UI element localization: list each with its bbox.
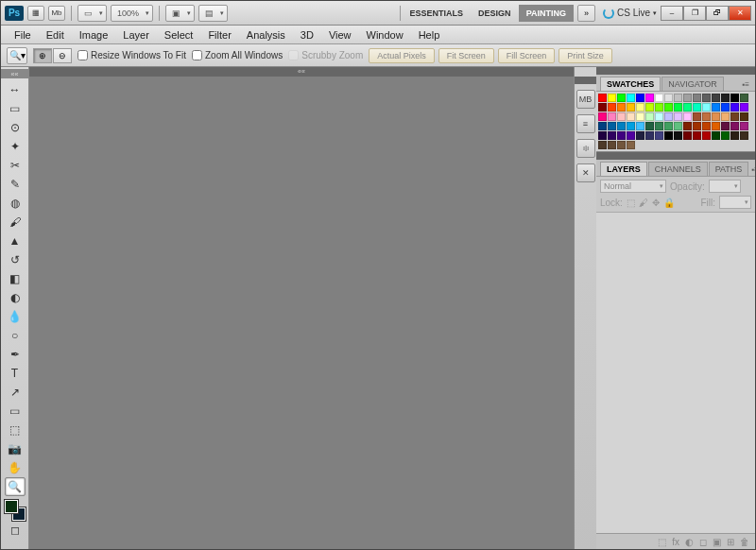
swatch[interactable] [693,122,701,130]
swatch[interactable] [664,131,673,140]
swatch[interactable] [645,94,654,102]
eyedropper-tool[interactable]: ✎ [5,175,26,194]
arrange-dropdown[interactable]: ▣ [165,5,195,22]
option-actual-pixels[interactable]: Actual Pixels [369,48,435,63]
swatch[interactable] [598,122,607,130]
layers-foot-btn-4[interactable]: ▣ [713,537,721,547]
zoom-out-mode[interactable]: ⊖ [53,48,72,63]
menu-view[interactable]: View [321,26,359,43]
restore-button[interactable]: 🗗 [706,6,729,21]
panel-drag-handle[interactable] [596,152,755,160]
swatch[interactable] [664,94,673,102]
swatch[interactable] [702,112,711,121]
swatch[interactable] [693,94,701,102]
swatch[interactable] [608,103,616,112]
brush-presets-icon[interactable]: ፨ [576,139,595,158]
menu-window[interactable]: Window [359,26,411,43]
type-tool[interactable]: T [5,364,26,383]
mini-bridge-icon[interactable]: MB [576,90,595,109]
layers-foot-btn-0[interactable]: ⬚ [658,537,666,547]
swatch[interactable] [730,122,739,130]
blur-tool[interactable]: 💧 [5,307,26,326]
close-button[interactable]: ✕ [729,6,751,21]
swatch[interactable] [674,94,682,102]
3d-tool[interactable]: ⬚ [5,421,26,439]
swatch[interactable] [598,94,607,102]
pen-tool[interactable]: ✒ [5,345,26,364]
workspace-more-button[interactable]: » [577,5,595,22]
swatch[interactable] [712,103,720,112]
swatch[interactable] [712,122,720,130]
bridge-button[interactable]: ▦ [27,6,44,21]
swatch[interactable] [693,112,701,121]
swatch[interactable] [664,122,673,130]
swatch[interactable] [664,103,673,112]
zoom-in-mode[interactable]: ⊕ [33,48,52,63]
swatch[interactable] [598,103,607,112]
swatch[interactable] [740,112,748,121]
option-print-size[interactable]: Print Size [558,48,612,63]
swatch[interactable] [674,131,682,140]
swatch[interactable] [627,141,635,149]
swatch[interactable] [683,112,692,121]
cs-live-button[interactable]: CS Live ▾ [603,8,657,19]
swatch[interactable] [636,94,644,102]
eraser-tool[interactable]: ◧ [5,269,26,288]
swatch[interactable] [598,112,607,121]
swatch[interactable] [608,131,616,140]
swatch[interactable] [655,103,663,112]
lock-all-icon[interactable]: 🔒 [663,198,675,208]
swatch[interactable] [712,112,720,121]
swatch[interactable] [683,122,692,130]
tab-channels[interactable]: CHANNELS [648,162,708,176]
foreground-color[interactable] [5,500,18,513]
zoom-dropdown[interactable]: 100% [111,5,153,22]
lock-position-icon[interactable]: ✥ [652,198,660,208]
marquee-tool[interactable]: ▭ [5,99,26,118]
dodge-tool[interactable]: ○ [5,326,26,345]
zoom-tool[interactable]: 🔍 [5,477,26,496]
swatch[interactable] [608,112,616,121]
tab-layers[interactable]: LAYERS [600,162,647,176]
shape-tool[interactable]: ▭ [5,402,26,421]
swatch[interactable] [655,112,663,121]
swatch[interactable] [608,94,616,102]
swatch[interactable] [740,94,748,102]
swatch[interactable] [598,131,607,140]
swatch[interactable] [636,131,644,140]
swatch[interactable] [645,112,654,121]
swatch[interactable] [617,141,626,149]
swatch[interactable] [627,103,635,112]
panel-drag-handle[interactable] [596,67,755,75]
dock-handle[interactable] [575,77,596,84]
quickmask-button[interactable]: ◻ [5,521,26,540]
swatch[interactable] [683,131,692,140]
swatch[interactable] [617,122,626,130]
layers-foot-btn-5[interactable]: ⊞ [727,537,734,547]
swatch[interactable] [627,94,635,102]
brushes-icon[interactable]: ≡ [576,114,595,133]
swatch[interactable] [636,122,644,130]
swatch[interactable] [721,103,730,112]
panel-menu-button[interactable]: ▪≡ [749,163,756,176]
tool-presets-icon[interactable]: ✕ [576,163,595,182]
swatch[interactable] [627,131,635,140]
swatch[interactable] [655,94,663,102]
menu-edit[interactable]: Edit [39,26,72,43]
canvas-handle[interactable]: «« [29,67,574,77]
wand-tool[interactable]: ✦ [5,137,26,156]
lock-transparent-icon[interactable]: ⬚ [627,198,635,208]
swatch[interactable] [636,112,644,121]
swatch[interactable] [655,131,663,140]
panel-menu-button[interactable]: ▪≡ [740,78,751,91]
toolbox-collapse-handle[interactable]: «« [1,69,28,78]
swatch[interactable] [730,112,739,121]
lasso-tool[interactable]: ⊙ [5,118,26,137]
swatch[interactable] [740,131,748,140]
swatch[interactable] [608,122,616,130]
swatch[interactable] [683,103,692,112]
swatch[interactable] [702,94,711,102]
document-canvas[interactable]: «« [29,67,574,550]
menu-layer[interactable]: Layer [115,26,157,43]
swatch[interactable] [740,122,748,130]
